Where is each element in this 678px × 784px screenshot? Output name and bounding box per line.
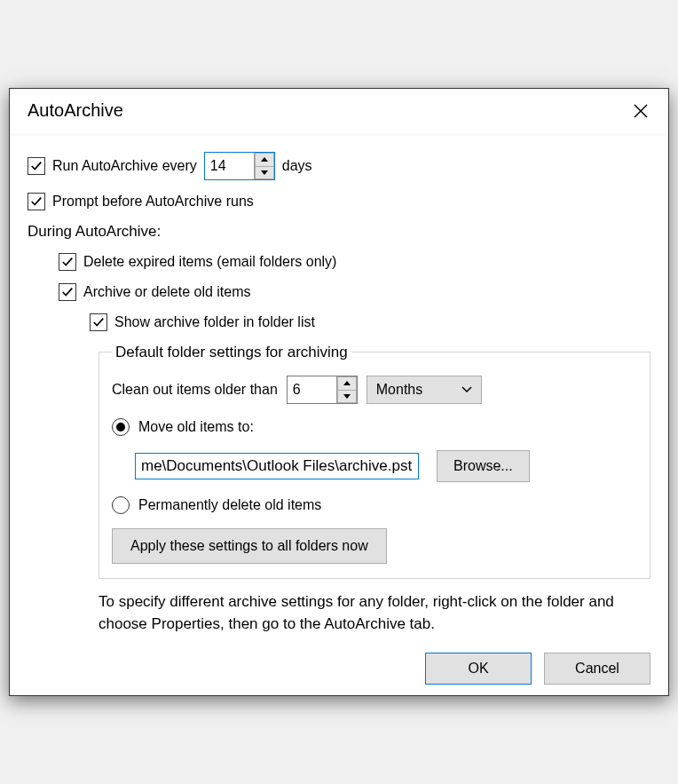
run-autoarchive-checkbox[interactable]: [28, 157, 45, 175]
apply-all-button[interactable]: Apply these settings to all folders now: [112, 528, 387, 564]
dialog-button-row: OK Cancel: [28, 653, 650, 685]
clean-out-spinner: [287, 376, 358, 404]
move-old-row: Move old items to:: [112, 418, 637, 436]
delete-expired-checkbox[interactable]: [59, 253, 76, 271]
prompt-label: Prompt before AutoArchive runs: [52, 194, 254, 210]
run-autoarchive-label-pre: Run AutoArchive every: [52, 158, 197, 174]
clean-out-unit-dropdown[interactable]: Months: [367, 376, 482, 404]
chevron-down-icon: [261, 170, 268, 175]
default-folder-settings-fieldset: Default folder settings for archiving Cl…: [99, 344, 650, 579]
svg-marker-2: [261, 157, 268, 162]
archive-old-checkbox[interactable]: [59, 283, 76, 301]
dialog-title: AutoArchive: [28, 100, 123, 121]
clean-out-input[interactable]: [288, 376, 336, 403]
move-old-radio[interactable]: [112, 418, 130, 436]
autoarchive-dialog: AutoArchive Run AutoArchive every days: [9, 88, 669, 696]
run-days-spinner: [204, 152, 275, 180]
browse-button[interactable]: Browse...: [437, 450, 530, 482]
checkmark-icon: [30, 160, 43, 172]
run-days-down-button[interactable]: [255, 166, 274, 179]
checkmark-icon: [61, 256, 74, 268]
run-days-up-button[interactable]: [255, 153, 274, 166]
clean-out-up-button[interactable]: [337, 376, 357, 390]
archive-path-input[interactable]: [135, 453, 419, 479]
chevron-up-icon: [261, 157, 268, 162]
checkmark-icon: [92, 316, 105, 329]
run-autoarchive-label-post: days: [282, 158, 312, 174]
clean-out-down-button[interactable]: [337, 390, 357, 403]
checkmark-icon: [30, 195, 43, 208]
delete-expired-label: Delete expired items (email folders only…: [83, 254, 336, 270]
clean-out-row: Clean out items older than Months: [112, 376, 637, 404]
clean-out-unit-label: Months: [376, 382, 422, 398]
perm-delete-radio[interactable]: [112, 496, 130, 514]
perm-delete-row: Permanently delete old items: [112, 496, 637, 514]
perm-delete-label: Permanently delete old items: [138, 497, 321, 513]
show-folder-row: Show archive folder in folder list: [90, 313, 650, 331]
chevron-down-icon: [343, 394, 351, 399]
archive-path-row: Browse...: [135, 450, 637, 482]
show-folder-checkbox[interactable]: [90, 313, 107, 331]
show-folder-label: Show archive folder in folder list: [114, 314, 315, 330]
move-old-label: Move old items to:: [138, 419, 254, 435]
chevron-down-icon: [461, 386, 472, 393]
run-days-input[interactable]: [205, 153, 254, 179]
svg-marker-3: [261, 170, 268, 175]
prompt-row: Prompt before AutoArchive runs: [28, 193, 650, 210]
archive-old-label: Archive or delete old items: [83, 284, 251, 300]
close-icon: [634, 104, 648, 118]
close-button[interactable]: [627, 98, 654, 124]
chevron-up-icon: [343, 381, 351, 385]
cancel-button[interactable]: Cancel: [544, 653, 650, 685]
svg-marker-4: [343, 381, 351, 385]
checkmark-icon: [61, 286, 74, 298]
ok-button[interactable]: OK: [425, 653, 532, 685]
archive-old-row: Archive or delete old items: [59, 283, 650, 301]
hint-text: To specify different archive settings fo…: [99, 591, 650, 635]
dialog-content: Run AutoArchive every days Prompt before…: [10, 136, 668, 695]
title-bar: AutoArchive: [10, 89, 668, 133]
prompt-checkbox[interactable]: [28, 193, 45, 210]
clean-out-label: Clean out items older than: [112, 382, 278, 398]
svg-marker-5: [343, 394, 351, 399]
delete-expired-row: Delete expired items (email folders only…: [59, 253, 650, 271]
during-autoarchive-label: During AutoArchive:: [28, 223, 650, 241]
apply-all-row: Apply these settings to all folders now: [112, 528, 637, 564]
fieldset-legend: Default folder settings for archiving: [112, 344, 351, 361]
run-autoarchive-row: Run AutoArchive every days: [28, 152, 650, 180]
